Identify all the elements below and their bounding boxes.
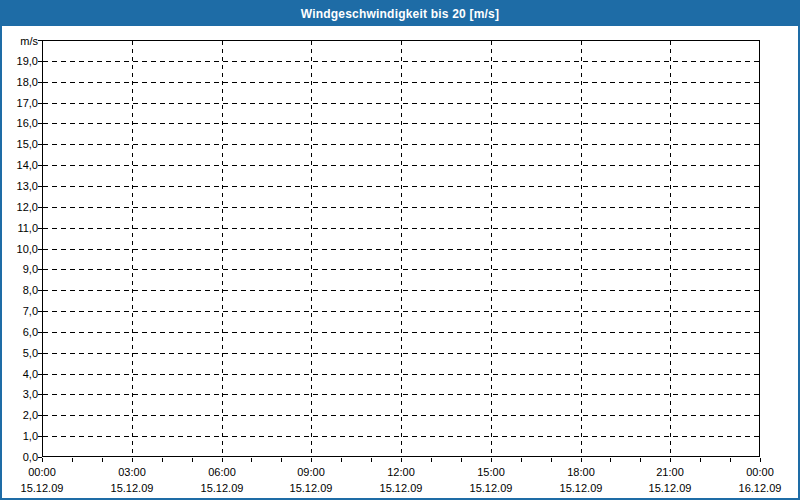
y-axis-tick — [38, 228, 42, 229]
y-axis-tick — [38, 165, 42, 166]
x-gridline — [670, 41, 671, 456]
y-axis-tick-label: 10,0 — [2, 243, 38, 255]
x-axis-tick — [281, 458, 282, 462]
x-axis-date-label: 15.12.09 — [459, 482, 523, 494]
x-axis-time-label: 03:00 — [100, 466, 164, 478]
x-axis-tick — [610, 458, 611, 462]
y-axis-tick — [38, 144, 42, 145]
y-axis-tick — [38, 269, 42, 270]
chart-window: Windgeschwindigkeit bis 20 [m/s] m/s19,0… — [0, 0, 800, 500]
y-axis-tick-label: 14,0 — [2, 159, 38, 171]
y-axis-tick-label: 11,0 — [2, 222, 38, 234]
y-axis-tick — [38, 103, 42, 104]
y-axis-tick-label: 2,0 — [2, 409, 38, 421]
x-axis-time-label: 12:00 — [369, 466, 433, 478]
x-axis-time-label: 00:00 — [728, 466, 792, 478]
x-axis-tick — [192, 458, 193, 462]
x-gridline — [311, 41, 312, 456]
x-axis-time-label: 09:00 — [279, 466, 343, 478]
y-axis-tick-label: 19,0 — [2, 55, 38, 67]
x-axis-tick — [581, 458, 582, 462]
x-axis-time-label: 18:00 — [549, 466, 613, 478]
x-gridline — [222, 41, 223, 456]
x-axis-tick — [551, 458, 552, 462]
x-axis-tick — [162, 458, 163, 462]
y-axis-tick-label: 12,0 — [2, 201, 38, 213]
x-axis-date-label: 16.12.09 — [728, 482, 792, 494]
y-axis-tick — [38, 374, 42, 375]
x-axis-date-label: 15.12.09 — [100, 482, 164, 494]
x-axis-date-label: 15.12.09 — [549, 482, 613, 494]
y-axis-tick — [38, 186, 42, 187]
y-axis-tick-label: 16,0 — [2, 117, 38, 129]
x-axis-tick — [222, 458, 223, 462]
y-axis-tick — [38, 332, 42, 333]
y-axis-tick-label: 0,0 — [2, 451, 38, 463]
y-axis-unit-label: m/s — [2, 35, 38, 47]
y-axis-tick — [38, 311, 42, 312]
x-gridline — [401, 41, 402, 456]
y-axis-tick-label: 1,0 — [2, 430, 38, 442]
x-axis-tick — [640, 458, 641, 462]
y-axis-tick — [38, 207, 42, 208]
x-axis-date-label: 15.12.09 — [279, 482, 343, 494]
x-axis-tick — [491, 458, 492, 462]
x-axis-tick — [431, 458, 432, 462]
x-axis-date-label: 15.12.09 — [369, 482, 433, 494]
y-axis-tick — [38, 290, 42, 291]
y-axis-tick-label: 5,0 — [2, 347, 38, 359]
x-axis-tick — [461, 458, 462, 462]
x-axis-tick — [341, 458, 342, 462]
x-axis-date-label: 15.12.09 — [190, 482, 254, 494]
x-axis-tick — [42, 458, 43, 462]
y-axis-tick-label: 3,0 — [2, 388, 38, 400]
y-axis-tick — [38, 436, 42, 437]
x-axis-tick — [132, 458, 133, 462]
y-axis-tick-label: 13,0 — [2, 180, 38, 192]
chart-area: m/s19,018,017,016,015,014,013,012,011,01… — [2, 2, 798, 498]
x-axis-date-label: 15.12.09 — [10, 482, 74, 494]
x-gridline — [581, 41, 582, 456]
x-axis-tick — [251, 458, 252, 462]
y-axis-tick — [38, 353, 42, 354]
y-axis-tick — [38, 394, 42, 395]
y-axis-tick-label: 6,0 — [2, 326, 38, 338]
y-axis-tick — [38, 61, 42, 62]
y-axis-tick-label: 8,0 — [2, 284, 38, 296]
x-axis-tick — [700, 458, 701, 462]
x-gridline — [491, 41, 492, 456]
y-axis-tick — [38, 40, 42, 41]
y-axis-tick-label: 7,0 — [2, 305, 38, 317]
y-axis-tick — [38, 415, 42, 416]
x-gridline — [132, 41, 133, 456]
y-axis-tick-label: 15,0 — [2, 138, 38, 150]
y-axis-tick-label: 17,0 — [2, 97, 38, 109]
x-axis-time-label: 21:00 — [638, 466, 702, 478]
x-axis-tick — [371, 458, 372, 462]
x-axis-date-label: 15.12.09 — [638, 482, 702, 494]
x-axis-time-label: 15:00 — [459, 466, 523, 478]
y-axis-tick-label: 9,0 — [2, 263, 38, 275]
x-axis-tick — [730, 458, 731, 462]
x-axis-tick — [760, 458, 761, 462]
y-axis-tick — [38, 249, 42, 250]
x-axis-tick — [311, 458, 312, 462]
y-axis-tick — [38, 82, 42, 83]
y-axis-tick — [38, 123, 42, 124]
x-axis-time-label: 06:00 — [190, 466, 254, 478]
y-axis-tick-label: 18,0 — [2, 76, 38, 88]
x-axis-tick — [670, 458, 671, 462]
y-axis-tick-label: 4,0 — [2, 368, 38, 380]
x-axis-tick — [72, 458, 73, 462]
x-axis-time-label: 00:00 — [10, 466, 74, 478]
x-axis-tick — [521, 458, 522, 462]
x-axis-tick — [102, 458, 103, 462]
x-axis-tick — [401, 458, 402, 462]
